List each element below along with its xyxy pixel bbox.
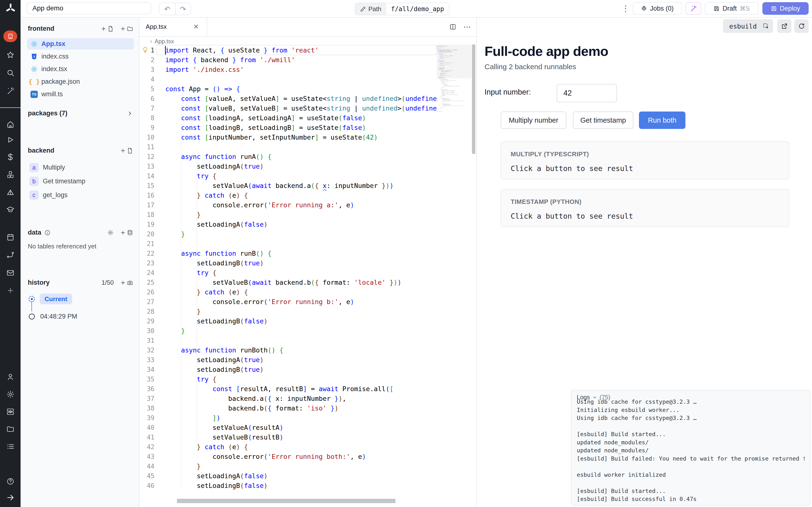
home-icon[interactable] [0, 120, 20, 128]
code-line[interactable]: } catch (e) { [165, 442, 437, 452]
add-file-button[interactable] [101, 25, 114, 32]
code-line[interactable]: } catch (e) { [165, 190, 437, 200]
workers-icon[interactable] [0, 408, 20, 416]
code-line[interactable]: } [165, 307, 437, 317]
close-tab-icon[interactable]: ✕ [192, 22, 200, 31]
code-line[interactable]: async function runBoth() { [165, 345, 437, 355]
ai-assistant-button[interactable] [686, 2, 701, 15]
jobs-button[interactable]: Jobs (0) [633, 2, 682, 15]
redo-button[interactable]: ↷ [175, 3, 191, 15]
schedules-calendar-icon[interactable] [0, 233, 20, 241]
variables-dollar-icon[interactable]: $ [0, 152, 20, 162]
code-line[interactable]: setLoadingA(true) [165, 355, 437, 365]
history-item-snapshot[interactable]: 04:48:29 PM [29, 313, 77, 320]
code-line[interactable]: const [resultA, resultB] = await Promise… [165, 384, 437, 394]
horizontal-scrollbar[interactable] [177, 499, 395, 503]
code-line[interactable]: try { [165, 171, 437, 181]
code-line[interactable] [165, 74, 437, 84]
packages-expand-chevron-icon[interactable] [127, 110, 133, 117]
esbuild-badge[interactable]: esbuild [723, 19, 763, 33]
open-external-icon[interactable] [777, 19, 792, 33]
code-line[interactable]: console.error('Error running a:', e) [165, 200, 437, 210]
file-item-index-tsx[interactable]: index.tsx [27, 63, 134, 75]
code-line[interactable]: } [165, 210, 437, 220]
runnable-item-multiply[interactable]: a Multiply [29, 162, 65, 173]
user-icon[interactable] [0, 373, 20, 381]
code-line[interactable]: backend.a({ x: inputNumber }), [165, 394, 437, 403]
code-content[interactable]: import React, { useState } from 'react'i… [165, 46, 437, 491]
code-line[interactable]: } catch (e) { [165, 287, 437, 297]
code-line[interactable]: setLoadingB(false) [165, 481, 437, 491]
audit-list-icon[interactable] [0, 442, 20, 451]
ai-wand-icon[interactable] [0, 87, 20, 95]
code-line[interactable]: import './index.css' [165, 65, 437, 74]
favorites-star-icon[interactable] [0, 51, 20, 59]
minimap[interactable]: import React, { useState } from 'react'i… [437, 46, 472, 220]
code-line[interactable]: console.error('Error running both:', e) [165, 452, 437, 461]
file-item-app-tsx[interactable]: App.tsx [27, 38, 134, 50]
data-settings-gear-icon[interactable] [107, 229, 114, 236]
undo-button[interactable]: ↶ [160, 3, 175, 15]
runnable-item-get-timestamp[interactable]: b Get timestamp [29, 176, 86, 187]
runs-play-icon[interactable] [0, 136, 20, 144]
editor-more-menu-icon[interactable]: ⋯ [463, 22, 471, 32]
history-item-current[interactable]: Current [29, 294, 72, 304]
breadcrumb[interactable]: › App.tsx [150, 38, 174, 45]
mail-icon[interactable] [0, 269, 20, 277]
code-line[interactable]: setLoadingB(true) [165, 258, 437, 268]
code-line[interactable]: setLoadingB(true) [165, 365, 437, 375]
snapshot-camera-button[interactable] [120, 280, 133, 286]
inspect-select-icon[interactable] [759, 19, 773, 33]
code-line[interactable]: } [165, 326, 437, 336]
resources-cubes-icon[interactable] [0, 171, 20, 179]
code-line[interactable]: const [valueB, setValueB] = useState<str… [165, 104, 437, 113]
split-editor-icon[interactable] [449, 23, 456, 31]
expand-arrow-icon[interactable] [0, 494, 20, 502]
code-line[interactable]: setLoadingA(false) [165, 471, 437, 481]
code-line[interactable]: } [165, 461, 437, 471]
run-both-button[interactable]: Run both [639, 112, 686, 129]
code-line[interactable]: const [loadingB, setLoadingB] = useState… [165, 123, 437, 132]
file-item-wmill-ts[interactable]: TS wmill.ts [27, 89, 134, 100]
info-icon[interactable] [44, 230, 51, 236]
draft-button[interactable]: Draft ⌘S [705, 2, 759, 15]
code-line[interactable]: setValueA(resultA) [165, 423, 437, 433]
code-line[interactable]: setValueB(resultB) [165, 433, 437, 442]
folders-icon[interactable] [0, 425, 20, 433]
search-icon[interactable] [0, 69, 20, 77]
settings-gear-icon[interactable] [0, 390, 20, 398]
code-line[interactable]: try { [165, 268, 437, 278]
code-line[interactable]: async function runA() { [165, 152, 437, 162]
code-line[interactable]: import { backend } from './wmill' [165, 55, 437, 65]
add-plus-icon[interactable] [0, 287, 20, 294]
add-database-button[interactable] [120, 230, 133, 236]
code-line[interactable]: setLoadingA(false) [165, 220, 437, 229]
app-name-input[interactable] [26, 2, 151, 14]
runnable-item-get-logs[interactable]: c get_logs [29, 189, 67, 201]
add-runnable-button[interactable] [120, 148, 133, 154]
routes-icon[interactable] [0, 251, 20, 259]
code-line[interactable]: } [165, 229, 437, 239]
vertical-scrollbar[interactable] [472, 45, 475, 154]
file-item-index-css[interactable]: 3 index.css [27, 51, 134, 62]
input-number-field[interactable] [557, 84, 617, 102]
code-line[interactable]: const [loadingA, setLoadingA] = useState… [165, 113, 437, 123]
logs-panel[interactable]: Logs (75) Using idb cache for csstype@3.… [571, 390, 810, 506]
more-menu-icon[interactable]: ⋮ [620, 3, 631, 14]
code-line[interactable]: async function runB() { [165, 249, 437, 258]
code-line[interactable]: const [inputNumber, setInputNumber] = us… [165, 132, 437, 142]
refresh-icon[interactable] [794, 19, 809, 33]
add-folder-button[interactable] [120, 25, 133, 32]
code-line[interactable] [165, 142, 437, 152]
deploy-button[interactable]: Deploy [762, 2, 809, 15]
code-line[interactable]: try { [165, 375, 437, 384]
code-area[interactable]: 1234567891011121314151617181920212223242… [140, 45, 476, 507]
learn-graduation-icon[interactable] [0, 205, 20, 214]
tab-app-tsx[interactable]: App.tsx ✕ [140, 17, 207, 36]
windmill-logo-icon[interactable] [0, 3, 20, 14]
code-line[interactable]: const [valueA, setValueA] = useState<str… [165, 94, 437, 104]
code-line[interactable]: import React, { useState } from 'react' [165, 46, 437, 55]
code-line[interactable]: setValueA(await backend.a({ x: inputNumb… [165, 181, 437, 190]
path-pill[interactable]: Path f/all/demo_app [355, 3, 449, 15]
help-icon[interactable] [0, 477, 20, 486]
